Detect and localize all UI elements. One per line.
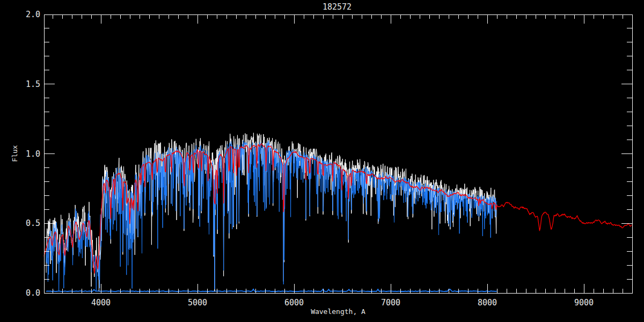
x-tick-label: 5000 — [188, 298, 207, 308]
chart-title: 182572 — [323, 2, 352, 12]
spectrum-figure: 4000500060007000800090000.00.51.01.52.0 … — [0, 0, 644, 322]
y-tick-label: 1.0 — [26, 149, 40, 159]
y-tick-label: 2.0 — [26, 10, 40, 19]
x-axis-title: Wavelength, A — [311, 308, 365, 316]
x-tick-label: 4000 — [91, 298, 111, 308]
spectrum-chart: 4000500060007000800090000.00.51.01.52.0 … — [0, 0, 644, 322]
y-tick-label: 0.5 — [26, 218, 40, 228]
x-tick-label: 6000 — [284, 298, 304, 308]
x-tick-label: 8000 — [478, 298, 497, 308]
y-tick-label: 0.0 — [26, 288, 40, 298]
y-axis-title: Flux — [11, 145, 19, 162]
y-tick-label: 1.5 — [26, 79, 40, 89]
x-tick-label: 7000 — [381, 298, 400, 308]
x-tick-label: 9000 — [574, 298, 594, 308]
